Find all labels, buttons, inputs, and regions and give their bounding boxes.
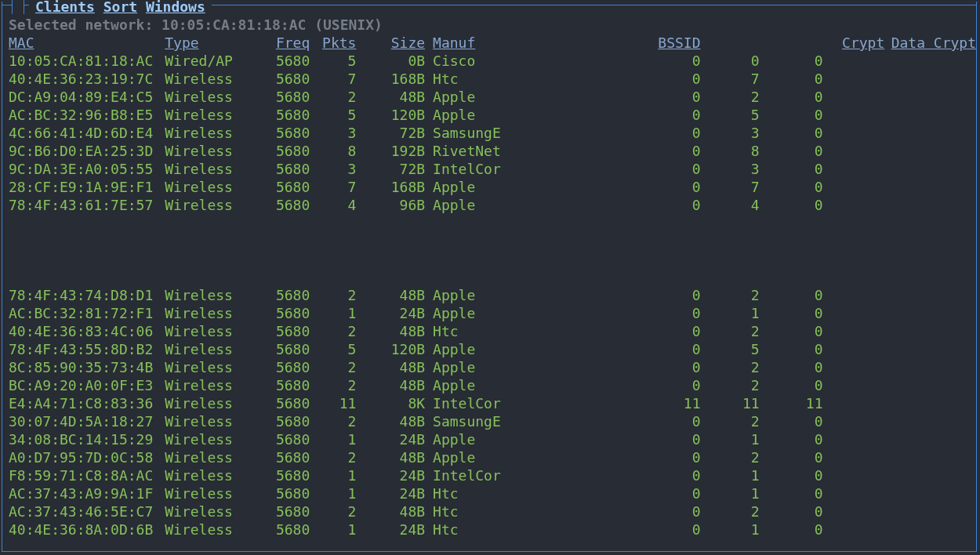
table-row[interactable]: 28:CF:E9:1A:9E:F1Wireless56807168BApple0… xyxy=(9,178,976,196)
cell-size: 48B xyxy=(356,358,425,376)
cell-bssid: 0 xyxy=(634,178,700,196)
table-row[interactable]: BC:A9:20:A0:0F:E3Wireless5680248BApple02… xyxy=(9,376,976,394)
table-row[interactable]: 30:07:4D:5A:18:27Wireless5680248BSamsung… xyxy=(9,412,976,430)
cell-manuf: Htc xyxy=(425,521,634,539)
cell-size: 48B xyxy=(356,286,425,304)
window-control-icon[interactable] xyxy=(12,0,24,14)
cell-bssid: 0 xyxy=(634,521,700,539)
col-manuf[interactable]: Manuf xyxy=(425,34,634,52)
cell-empty xyxy=(884,358,976,376)
table-row[interactable]: F8:59:71:C8:8A:ACWireless5680124BIntelCo… xyxy=(9,466,976,484)
cell-freq: 5680 xyxy=(241,502,310,521)
cell-empty xyxy=(823,106,885,124)
table-row[interactable]: DC:A9:04:89:E4:C5Wireless5680248BApple02… xyxy=(9,88,976,106)
cell-pkts: 2 xyxy=(310,412,356,430)
cell-empty xyxy=(823,70,885,88)
cell-n1: 2 xyxy=(700,412,759,430)
cell-bssid: 11 xyxy=(634,394,700,412)
table-row[interactable]: 78:4F:43:55:8D:B2Wireless56805120BApple0… xyxy=(9,340,976,358)
cell-n1: 8 xyxy=(700,142,759,160)
cell-pkts: 5 xyxy=(310,340,356,358)
cell-n1: 1 xyxy=(700,521,759,539)
cell-type: Wireless xyxy=(165,502,241,521)
col-freq[interactable]: Freq xyxy=(241,34,310,52)
cell-empty xyxy=(823,286,885,304)
cell-pkts: 2 xyxy=(310,376,356,394)
cell-bssid: 0 xyxy=(634,52,700,70)
cell-empty xyxy=(884,502,976,521)
table-row[interactable]: 78:4F:43:74:D8:D1Wireless5680248BApple02… xyxy=(9,286,976,304)
cell-bssid: 0 xyxy=(634,322,700,340)
cell-type: Wireless xyxy=(165,376,241,394)
cell-empty xyxy=(884,286,976,304)
cell-size: 192B xyxy=(356,142,425,160)
cell-empty xyxy=(823,448,885,466)
cell-manuf: IntelCor xyxy=(425,394,634,412)
cell-manuf: IntelCor xyxy=(425,160,634,178)
cell-empty xyxy=(823,52,885,70)
table-row[interactable]: AC:37:43:46:5E:C7Wireless5680248BHtc020 xyxy=(9,502,976,521)
cell-freq: 5680 xyxy=(241,178,310,196)
table-header-row: MAC Type Freq Pkts Size Manuf BSSID Cryp… xyxy=(9,34,976,52)
cell-empty xyxy=(823,484,885,502)
table-row[interactable]: 8C:85:90:35:73:4BWireless5680248BApple02… xyxy=(9,358,976,376)
cell-type: Wireless xyxy=(165,412,241,430)
cell-freq: 5680 xyxy=(241,304,310,322)
cell-manuf: Apple xyxy=(425,376,634,394)
table-row[interactable]: A0:D7:95:7D:0C:58Wireless5680248BApple02… xyxy=(9,448,976,466)
menu-windows[interactable]: Windows xyxy=(146,0,205,15)
cell-freq: 5680 xyxy=(241,358,310,376)
table-row[interactable]: 4C:66:41:4D:6D:E4Wireless5680372BSamsung… xyxy=(9,124,976,142)
cell-n2: 0 xyxy=(760,340,823,358)
cell-manuf: Htc xyxy=(425,322,634,340)
col-data-crypt[interactable]: Data Crypt xyxy=(884,34,976,52)
col-crypt[interactable]: Crypt xyxy=(823,34,885,52)
cell-mac: AC:BC:32:81:72:F1 xyxy=(9,304,165,322)
cell-size: 24B xyxy=(356,430,425,448)
cell-empty xyxy=(823,178,885,196)
cell-freq: 5680 xyxy=(241,394,310,412)
col-mac[interactable]: MAC xyxy=(9,34,165,52)
cell-n1: 11 xyxy=(700,394,759,412)
cell-size: 48B xyxy=(356,376,425,394)
cell-n1: 0 xyxy=(700,52,759,70)
col-type[interactable]: Type xyxy=(165,34,241,52)
cell-empty xyxy=(823,160,885,178)
cell-n2: 0 xyxy=(760,160,823,178)
cell-mac: 78:4F:43:61:7E:57 xyxy=(9,196,165,214)
table-row[interactable]: 34:08:BC:14:15:29Wireless5680124BApple01… xyxy=(9,430,976,448)
cell-pkts: 1 xyxy=(310,521,356,539)
cell-pkts: 2 xyxy=(310,88,356,106)
col-bssid[interactable]: BSSID xyxy=(634,34,700,52)
table-row[interactable]: E4:A4:71:C8:83:36Wireless5680118KIntelCo… xyxy=(9,394,976,412)
cell-size: 120B xyxy=(356,340,425,358)
table-row[interactable]: 40:4E:36:83:4C:06Wireless5680248BHtc020 xyxy=(9,322,976,340)
cell-n2: 0 xyxy=(760,124,823,142)
table-row[interactable]: 78:4F:43:61:7E:57Wireless5680496BApple04… xyxy=(9,196,976,214)
menu-clients[interactable]: Clients xyxy=(35,0,95,15)
cell-empty xyxy=(884,106,976,124)
table-row[interactable]: 40:4E:36:8A:0D:6BWireless5680124BHtc010 xyxy=(9,521,976,539)
table-row[interactable]: AC:37:43:A9:9A:1FWireless5680124BHtc010 xyxy=(9,484,976,502)
col-size[interactable]: Size xyxy=(356,34,425,52)
cell-size: 8K xyxy=(356,394,425,412)
cell-pkts: 2 xyxy=(310,358,356,376)
cell-empty xyxy=(884,484,976,502)
cell-empty xyxy=(884,340,976,358)
cell-freq: 5680 xyxy=(241,142,310,160)
table-row[interactable]: 9C:B6:D0:EA:25:3DWireless56808192BRivetN… xyxy=(9,142,976,160)
table-row[interactable]: 40:4E:36:23:19:7CWireless56807168BHtc070 xyxy=(9,70,976,88)
table-row[interactable]: AC:BC:32:96:B8:E5Wireless56805120BApple0… xyxy=(9,106,976,124)
cell-type: Wireless xyxy=(165,466,241,484)
table-row[interactable]: 10:05:CA:81:18:ACWired/AP568050BCisco000 xyxy=(9,52,976,70)
cell-empty xyxy=(884,196,976,214)
menu-sort[interactable]: Sort xyxy=(103,0,137,15)
table-row[interactable]: AC:BC:32:81:72:F1Wireless5680124BApple01… xyxy=(9,304,976,322)
cell-n1: 1 xyxy=(700,466,759,484)
cell-empty xyxy=(884,466,976,484)
cell-n1: 1 xyxy=(700,484,759,502)
cell-n2: 0 xyxy=(760,106,823,124)
col-pkts[interactable]: Pkts xyxy=(310,34,356,52)
cell-bssid: 0 xyxy=(634,124,700,142)
table-row[interactable]: 9C:DA:3E:A0:05:55Wireless5680372BIntelCo… xyxy=(9,160,976,178)
